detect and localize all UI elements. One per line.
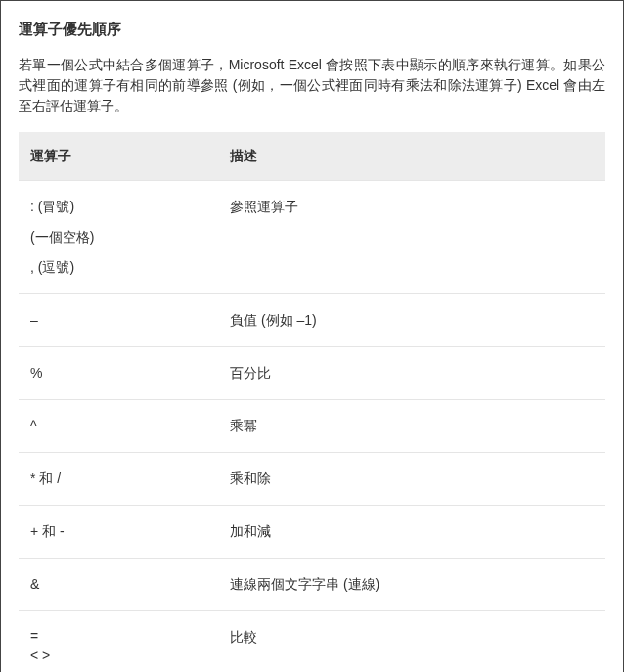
table-row: : (冒號)(一個空格), (逗號)參照運算子 xyxy=(19,180,605,293)
operator-text: , (逗號) xyxy=(30,257,206,278)
intro-paragraph: 若單一個公式中結合多個運算子，Microsoft Excel 會按照下表中顯示的… xyxy=(19,55,605,116)
operator-text: ^ xyxy=(30,416,206,436)
cell-operator: + 和 - xyxy=(19,505,218,558)
table-row: %百分比 xyxy=(19,346,605,399)
cell-operator: – xyxy=(19,293,218,346)
operator-text: % xyxy=(30,363,206,383)
table-row: =< >< => =< >比較 xyxy=(19,610,605,672)
operator-text: : (冒號) xyxy=(30,197,206,217)
operator-precedence-table: 運算子 描述 : (冒號)(一個空格), (逗號)參照運算子–負值 (例如 –1… xyxy=(19,132,605,673)
col-header-description: 描述 xyxy=(218,132,605,181)
cell-description: 連線兩個文字字串 (連線) xyxy=(218,558,605,610)
operator-text: – xyxy=(30,310,206,331)
cell-operator: % xyxy=(19,346,218,399)
cell-operator: : (冒號)(一個空格), (逗號) xyxy=(19,180,218,293)
col-header-operator: 運算子 xyxy=(19,132,218,181)
operator-text: + 和 - xyxy=(30,521,206,542)
cell-description: 參照運算子 xyxy=(218,180,605,293)
table-row: –負值 (例如 –1) xyxy=(19,293,605,346)
table-row: &連線兩個文字字串 (連線) xyxy=(19,558,605,610)
operator-text: < = xyxy=(30,667,206,672)
cell-description: 加和減 xyxy=(218,505,605,558)
cell-description: 乘和除 xyxy=(218,452,605,505)
section-title: 運算子優先順序 xyxy=(19,19,605,41)
table-row: + 和 -加和減 xyxy=(19,505,605,558)
table-row: * 和 /乘和除 xyxy=(19,452,605,505)
operator-text: < > xyxy=(30,647,206,665)
cell-operator: ^ xyxy=(19,399,218,452)
operator-text: = xyxy=(30,627,206,646)
operator-text: (一個空格) xyxy=(30,227,206,247)
cell-operator: =< >< => =< > xyxy=(19,610,218,672)
operator-text: * 和 / xyxy=(30,469,206,489)
cell-operator: & xyxy=(19,558,218,610)
table-row: ^乘冪 xyxy=(19,399,605,452)
cell-operator: * 和 / xyxy=(19,452,218,505)
cell-description: 乘冪 xyxy=(218,399,605,452)
cell-description: 百分比 xyxy=(218,346,605,399)
cell-description: 比較 xyxy=(218,610,605,672)
operator-text: & xyxy=(30,574,206,595)
cell-description: 負值 (例如 –1) xyxy=(218,293,605,346)
